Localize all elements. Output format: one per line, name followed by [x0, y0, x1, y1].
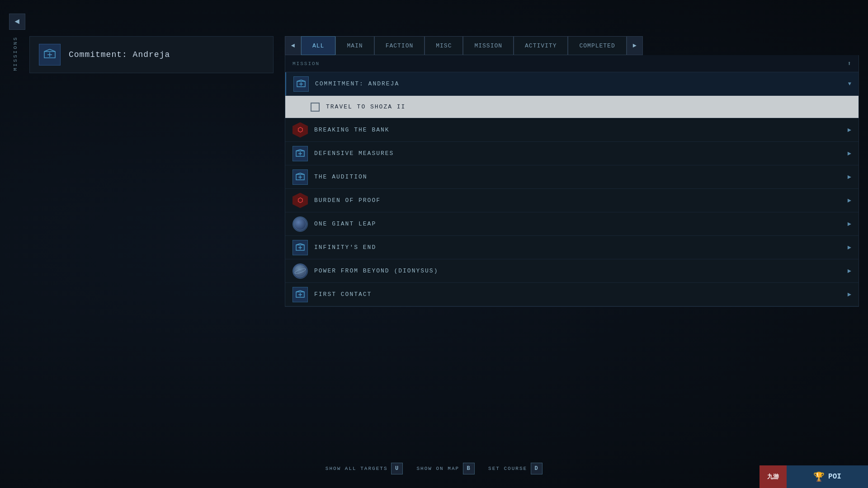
- list-item[interactable]: THE AUDITION ►: [285, 165, 859, 189]
- mission-svg: [295, 290, 305, 300]
- mission-icon-planet2: [292, 263, 308, 279]
- mission-svg: [295, 172, 305, 182]
- set-course-label: SET COURSE: [488, 466, 527, 471]
- hud-set-course: SET COURSE D: [488, 463, 542, 474]
- mission-icon-red: ⬡: [292, 122, 308, 138]
- mission-name: COMMITMENT: ANDREJA: [315, 80, 842, 87]
- list-item[interactable]: ⬡ BREAKING THE BANK ►: [285, 118, 859, 142]
- bottom-hud: SHOW ALL TARGETS U SHOW ON MAP B SET COU…: [0, 463, 868, 474]
- list-item[interactable]: FIRST CONTACT ►: [285, 283, 859, 306]
- mission-name: BREAKING THE BANK: [314, 127, 841, 133]
- tab-activity[interactable]: ACTIVITY: [514, 36, 568, 55]
- mission-name: INFINITY'S END: [314, 244, 841, 251]
- chevron-left-icon: ◄: [15, 17, 20, 26]
- list-item[interactable]: INFINITY'S END ►: [285, 236, 859, 259]
- chevron-down-icon: ▼: [848, 81, 851, 87]
- mission-icon-red: ⬡: [292, 193, 308, 208]
- chevron-right-icon: ►: [848, 150, 851, 157]
- sort-icon: ⬆: [848, 60, 851, 67]
- list-item[interactable]: ONE GIANT LEAP ►: [285, 212, 859, 236]
- active-mission-icon: [39, 44, 61, 66]
- mission-svg: [295, 149, 305, 159]
- chevron-right-icon: ►: [848, 221, 851, 228]
- main-panel: ◄ ALL MAIN FACTION MISC MISSION ACTIVITY…: [285, 36, 859, 434]
- show-on-map-key[interactable]: B: [463, 463, 475, 474]
- mission-icon-blue: [292, 240, 308, 255]
- list-item[interactable]: COMMITMENT: ANDREJA ▼: [285, 72, 859, 96]
- nav-left-button[interactable]: ◄: [285, 36, 301, 55]
- mission-name: ONE GIANT LEAP: [314, 221, 841, 227]
- list-item[interactable]: POWER FROM BEYOND (DIONYSUS) ►: [285, 259, 859, 283]
- mission-svg: [296, 79, 306, 89]
- side-watermark: 九游: [760, 465, 787, 488]
- nav-right-icon: ►: [633, 42, 637, 49]
- mission-name: POWER FROM BEYOND (DIONYSUS): [314, 267, 841, 274]
- tab-all[interactable]: ALL: [301, 36, 335, 55]
- chevron-right-icon: ►: [848, 174, 851, 181]
- show-on-map-label: SHOW ON MAP: [416, 466, 459, 471]
- chevron-right-icon: ►: [848, 127, 851, 134]
- tab-completed[interactable]: COMPLETED: [568, 36, 626, 55]
- mission-name: FIRST CONTACT: [314, 291, 841, 298]
- list-item[interactable]: DEFENSIVE MEASURES ►: [285, 142, 859, 165]
- tab-faction[interactable]: FACTION: [374, 36, 425, 55]
- mission-icon-planet: [292, 216, 308, 232]
- active-mission-title: Commitment: Andreja: [69, 50, 170, 59]
- chevron-right-icon: ►: [848, 197, 851, 204]
- mission-icon-blue: [292, 169, 308, 185]
- tab-main[interactable]: MAIN: [335, 36, 374, 55]
- mission-icon-svg: [43, 48, 57, 61]
- trophy-icon: 🏆: [813, 471, 825, 483]
- missions-label: MISSIONS: [13, 36, 18, 71]
- mission-icon-blue: [292, 287, 308, 302]
- hud-show-on-map: SHOW ON MAP B: [416, 463, 475, 474]
- show-all-targets-label: SHOW ALL TARGETS: [326, 466, 388, 471]
- set-course-key[interactable]: D: [531, 463, 542, 474]
- mission-name: DEFENSIVE MEASURES: [314, 150, 841, 157]
- chevron-right-icon: ►: [848, 244, 851, 251]
- subtask-row[interactable]: TRAVEL TO SHOZA II: [285, 96, 859, 118]
- watermark-text: POI: [828, 473, 841, 481]
- tab-misc[interactable]: MISC: [425, 36, 463, 55]
- tab-mission[interactable]: MISSION: [463, 36, 514, 55]
- subtask-label: TRAVEL TO SHOZA II: [326, 103, 406, 110]
- chevron-right-icon: ►: [848, 291, 851, 298]
- mission-svg: [295, 243, 305, 253]
- hud-show-all-targets: SHOW ALL TARGETS U: [326, 463, 403, 474]
- mission-name: THE AUDITION: [314, 174, 841, 180]
- section-header: MISSION ⬆: [285, 55, 859, 72]
- nav-left-icon: ◄: [291, 42, 295, 49]
- watermark-panel: 🏆 POI: [787, 465, 868, 488]
- mission-icon-blue: [292, 146, 308, 161]
- section-header-label: MISSION: [292, 61, 320, 66]
- chevron-right-icon: ►: [848, 267, 851, 275]
- sidebar-toggle-button[interactable]: ◄: [9, 14, 25, 30]
- active-mission-panel: Commitment: Andreja: [29, 36, 274, 73]
- mission-name: BURDEN OF PROOF: [314, 197, 841, 204]
- mission-list: MISSION ⬆ COMMITMENT: ANDREJA ▼ TRAVEL T…: [285, 55, 859, 307]
- mission-icon-blue: [293, 76, 309, 92]
- show-all-targets-key[interactable]: U: [391, 463, 403, 474]
- subtask-checkbox: [311, 103, 320, 112]
- list-item[interactable]: ⬡ BURDEN OF PROOF ►: [285, 189, 859, 212]
- nav-right-button[interactable]: ►: [627, 36, 643, 55]
- filter-tabs: ◄ ALL MAIN FACTION MISC MISSION ACTIVITY…: [285, 36, 859, 55]
